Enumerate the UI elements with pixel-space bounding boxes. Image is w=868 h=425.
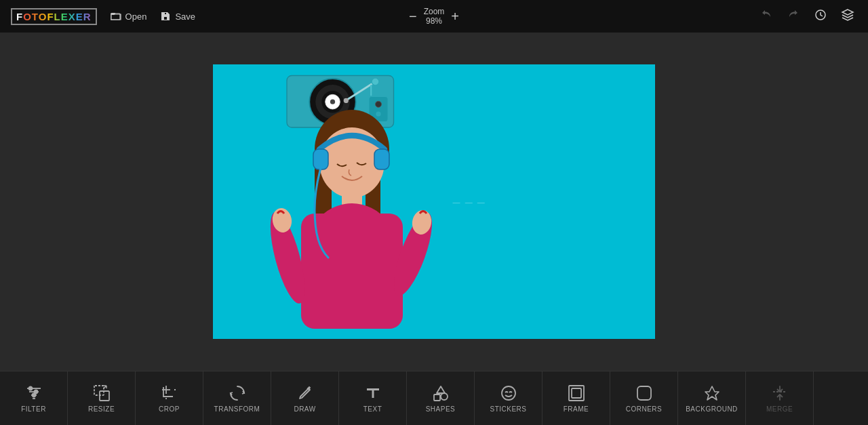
text-icon [363, 384, 382, 403]
zoom-out-button[interactable]: − [409, 9, 417, 23]
open-icon [111, 11, 121, 22]
save-icon [160, 11, 171, 22]
image-text-overlay: — — — [453, 198, 486, 206]
history-icon [814, 8, 827, 22]
frame-icon [567, 384, 586, 403]
svg-point-35 [34, 390, 37, 394]
canvas-area: — — — [0, 33, 868, 371]
svg-rect-38 [100, 391, 109, 401]
zoom-label: Zoom 98% [424, 7, 445, 26]
svg-rect-28 [313, 149, 328, 169]
tool-draw[interactable]: DRAW [271, 371, 339, 426]
filter-icon [24, 384, 43, 403]
save-button[interactable]: Save [160, 11, 195, 22]
image-canvas[interactable]: — — — [213, 64, 655, 339]
zoom-controls: − Zoom 98% + [409, 7, 459, 26]
bottom-toolbar: FILTER RESIZE CROP TRANSFORM [0, 371, 868, 425]
tool-filter[interactable]: FILTER [0, 371, 68, 426]
svg-marker-46 [705, 386, 719, 400]
stickers-icon [499, 384, 518, 403]
top-bar-right [757, 5, 857, 28]
logo: FOTOFLEXER [11, 8, 97, 25]
svg-rect-41 [434, 394, 440, 401]
undo-icon [760, 8, 773, 22]
layers-button[interactable] [838, 5, 857, 28]
corners-icon [635, 384, 654, 403]
history-button[interactable] [811, 5, 830, 28]
redo-button[interactable] [784, 5, 803, 28]
background-icon [703, 384, 722, 403]
svg-point-42 [502, 386, 515, 400]
tool-background[interactable]: BACKGROUND [678, 371, 746, 426]
tool-corners[interactable]: CORNERS [610, 371, 678, 426]
svg-rect-45 [637, 386, 651, 400]
tool-text[interactable]: TEXT [339, 371, 407, 426]
draw-icon [296, 384, 315, 403]
svg-rect-44 [572, 388, 581, 398]
top-bar: FOTOFLEXER Open Save − Zoom 98% + [0, 0, 868, 33]
logo-text: FOTOFLEXER [16, 11, 92, 22]
svg-point-12 [344, 98, 349, 103]
svg-marker-39 [437, 386, 445, 393]
layers-icon [841, 8, 854, 22]
svg-point-40 [441, 393, 448, 400]
tool-frame[interactable]: FRAME [542, 371, 610, 426]
zoom-in-button[interactable]: + [451, 9, 459, 23]
svg-point-34 [28, 387, 32, 390]
tool-merge: MERGE [746, 371, 814, 426]
woman-figure [247, 108, 464, 339]
svg-point-36 [32, 394, 35, 397]
svg-rect-29 [374, 149, 389, 169]
undo-button[interactable] [757, 5, 776, 28]
shapes-icon [431, 384, 450, 403]
transform-icon [228, 384, 247, 403]
redo-icon [787, 8, 800, 22]
resize-icon [92, 384, 111, 403]
tool-stickers[interactable]: STICKERS [475, 371, 542, 426]
tool-resize[interactable]: RESIZE [68, 371, 136, 426]
tool-shapes[interactable]: SHAPES [407, 371, 475, 426]
merge-icon [770, 384, 789, 403]
svg-point-11 [372, 78, 379, 85]
tool-transform[interactable]: TRANSFORM [203, 371, 271, 426]
crop-icon [160, 384, 179, 403]
top-bar-left: FOTOFLEXER Open Save [11, 8, 195, 25]
open-button[interactable]: Open [111, 11, 147, 22]
svg-rect-37 [94, 386, 104, 395]
svg-point-9 [330, 100, 335, 104]
person-svg [247, 108, 457, 339]
tool-crop[interactable]: CROP [136, 371, 203, 426]
logo-box: FOTOFLEXER [11, 8, 97, 25]
svg-point-14 [376, 101, 382, 107]
